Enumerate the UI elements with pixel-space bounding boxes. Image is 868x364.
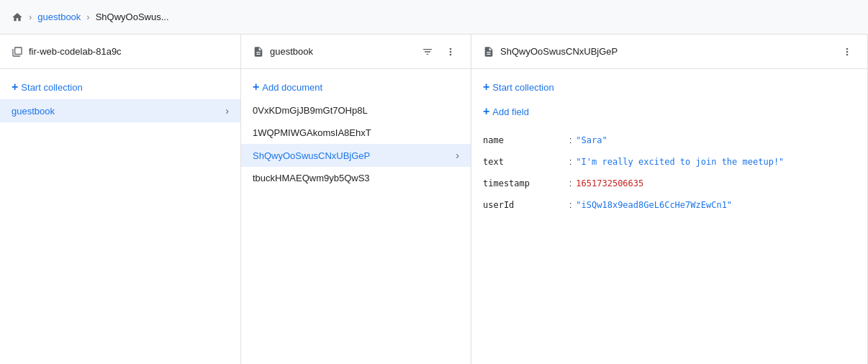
field-colon-1: :: [569, 155, 571, 168]
field-key-0: name: [483, 134, 569, 147]
more-vert-button-middle[interactable]: [442, 43, 459, 60]
start-collection-right-label: Start collection: [492, 82, 553, 93]
collection-item-guestbook[interactable]: guestbook ›: [0, 99, 240, 122]
panel-right-body: + Start collection + Add field name : "S…: [471, 69, 867, 364]
home-icon[interactable]: [12, 12, 23, 23]
filter-button[interactable]: [419, 43, 436, 60]
panel-middle-title: guestbook: [270, 46, 413, 57]
doc-chevron-right-icon: ›: [456, 150, 459, 161]
panel-left-title: fir-web-codelab-81a9c: [29, 46, 229, 57]
chevron-right-icon: ›: [225, 105, 229, 117]
start-collection-label: Start collection: [21, 82, 82, 93]
panel-left-header-icon: [12, 46, 23, 58]
add-document-button[interactable]: + Add document: [241, 75, 471, 99]
field-value-1: "I'm really excited to join the meetup!": [576, 155, 784, 168]
field-colon-2: :: [569, 177, 571, 190]
collection-item-label: guestbook: [12, 106, 225, 117]
field-colon-3: :: [569, 199, 571, 211]
doc-item-0[interactable]: 0VxKDmGjJB9mGt7OHp8L: [241, 99, 471, 122]
panel-right-header: ShQwyOoSwusCNxUBjGeP: [471, 35, 867, 69]
panel-right-title: ShQwyOoSwusCNxUBjGeP: [500, 46, 833, 57]
doc-item-3[interactable]: tbuckHMAEQwm9yb5QwS3: [241, 167, 471, 189]
field-value-0: "Sara": [576, 134, 607, 147]
panel-middle-actions: [419, 43, 459, 60]
field-colon-0: :: [569, 134, 571, 147]
doc-item-2[interactable]: ShQwyOoSwusCNxUBjGeP ›: [241, 144, 471, 167]
breadcrumb-separator-1: ›: [29, 12, 32, 22]
field-row-2: timestamp : 1651732506635: [483, 173, 856, 194]
doc-item-1[interactable]: 1WQPMIWGAkomsIA8EhxT: [241, 122, 471, 144]
field-row-1: text : "I'm really excited to join the m…: [483, 151, 856, 173]
panel-middle-header-icon: [253, 46, 264, 58]
panel-middle-header: guestbook: [241, 35, 471, 69]
field-key-1: text: [483, 155, 569, 168]
panel-middle-body: + Add document 0VxKDmGjJB9mGt7OHp8L 1WQP…: [241, 69, 471, 364]
field-row-3: userId : "iSQw18x9ead8GeL6CcHe7WzEwCn1": [483, 194, 856, 216]
doc-item-label-1: 1WQPMIWGAkomsIA8EhxT: [253, 127, 459, 138]
doc-item-label-2: ShQwyOoSwusCNxUBjGeP: [253, 150, 456, 161]
plus-icon-left: +: [12, 81, 18, 94]
add-document-label: Add document: [262, 82, 322, 93]
plus-icon-right-field: +: [483, 105, 489, 118]
more-vert-button-right[interactable]: [838, 43, 856, 60]
breadcrumb-separator-2: ›: [86, 12, 89, 22]
field-value-3: "iSQw18x9ead8GeL6CcHe7WzEwCn1": [576, 199, 732, 211]
panel-left: fir-web-codelab-81a9c + Start collection…: [0, 35, 241, 364]
field-key-3: userId: [483, 199, 569, 211]
field-value-2: 1651732506635: [576, 177, 643, 190]
panel-left-body: + Start collection guestbook ›: [0, 69, 240, 364]
plus-icon-right-collection: +: [483, 81, 489, 94]
panel-right-header-icon: [483, 46, 494, 58]
doc-item-label-0: 0VxKDmGjJB9mGt7OHp8L: [253, 105, 459, 116]
start-collection-right-button[interactable]: + Start collection: [471, 75, 867, 99]
breadcrumb-guestbook[interactable]: guestbook: [37, 12, 81, 22]
panel-right-actions: [838, 43, 856, 60]
breadcrumb-current: ShQwyOoSwus...: [96, 12, 169, 22]
field-key-2: timestamp: [483, 177, 569, 190]
panel-right: ShQwyOoSwusCNxUBjGeP + Start collection …: [471, 35, 868, 364]
panel-left-header: fir-web-codelab-81a9c: [0, 35, 240, 69]
fields-area: name : "Sara" text : "I'm really excited…: [471, 124, 867, 222]
field-row-0: name : "Sara": [483, 129, 856, 151]
plus-icon-middle: +: [253, 81, 259, 94]
doc-item-label-3: tbuckHMAEQwm9yb5QwS3: [253, 173, 459, 183]
panel-middle: guestbook + Add document 0VxKDmGjJB9mGt7…: [241, 35, 471, 364]
add-field-button[interactable]: + Add field: [471, 99, 867, 124]
add-field-label: Add field: [492, 106, 529, 117]
start-collection-button[interactable]: + Start collection: [0, 75, 240, 99]
main-layout: fir-web-codelab-81a9c + Start collection…: [0, 35, 868, 364]
breadcrumb-bar: › guestbook › ShQwyOoSwus...: [0, 0, 868, 35]
